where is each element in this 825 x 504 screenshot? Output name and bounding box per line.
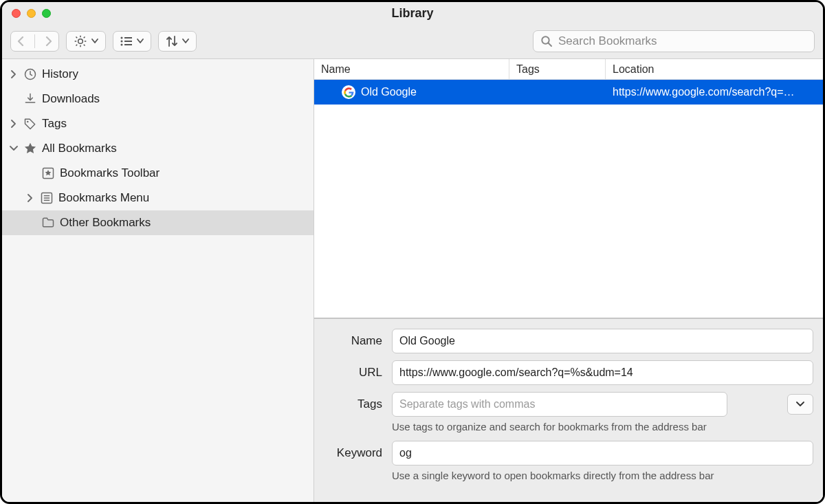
google-favicon-icon	[342, 85, 355, 99]
chevron-right-icon	[45, 36, 52, 46]
sidebar-item-label: Bookmarks Toolbar	[60, 166, 160, 180]
nav-back-forward	[10, 31, 59, 52]
views-button[interactable]	[113, 31, 151, 52]
tags-hint: Use tags to organize and search for book…	[392, 421, 813, 432]
import-backup-button[interactable]	[158, 31, 197, 52]
chevron-down-icon	[10, 146, 18, 151]
svg-line-7	[549, 43, 552, 47]
chevron-right-icon	[11, 70, 16, 78]
sidebar-item-bookmarks-toolbar[interactable]: Bookmarks Toolbar	[2, 161, 314, 186]
svg-point-9	[27, 121, 29, 123]
svg-rect-5	[124, 44, 132, 45]
sidebar-item-bookmarks-menu[interactable]: Bookmarks Menu	[2, 186, 314, 210]
organize-button[interactable]	[66, 31, 106, 52]
svg-rect-3	[124, 41, 132, 42]
sidebar-item-label: Tags	[42, 117, 67, 131]
row-tags	[509, 80, 606, 105]
svg-point-4	[121, 44, 123, 46]
main-panel: Name Tags Location Old Google https://ww…	[314, 59, 823, 502]
download-icon	[23, 92, 37, 106]
svg-point-0	[121, 37, 123, 39]
toolbar	[2, 24, 823, 58]
search-icon	[540, 35, 553, 47]
sidebar-item-downloads[interactable]: Downloads	[2, 87, 314, 111]
sidebar-item-other-bookmarks[interactable]: Other Bookmarks	[2, 210, 314, 235]
chevron-down-icon	[137, 39, 144, 44]
sidebar-item-label: History	[42, 67, 78, 81]
clock-icon	[23, 67, 37, 81]
chevron-down-icon	[182, 39, 189, 44]
sidebar: History Downloads Tags All Bookmarks Boo…	[2, 59, 314, 502]
sidebar-item-all-bookmarks[interactable]: All Bookmarks	[2, 136, 314, 161]
chevron-right-icon	[28, 194, 33, 202]
gear-icon	[74, 34, 87, 48]
sort-arrows-icon	[166, 35, 178, 47]
star-box-icon	[41, 166, 55, 180]
tags-dropdown-button[interactable]	[787, 394, 813, 415]
sidebar-item-tags[interactable]: Tags	[2, 111, 314, 136]
details-label-keyword: Keyword	[324, 446, 382, 460]
sidebar-item-history[interactable]: History	[2, 62, 314, 87]
list-icon	[40, 191, 54, 205]
table-header: Name Tags Location	[314, 59, 823, 80]
star-icon	[23, 142, 37, 155]
details-url-input[interactable]	[392, 360, 813, 385]
details-keyword-input[interactable]	[392, 441, 813, 465]
table-row[interactable]: Old Google https://www.google.com/search…	[314, 80, 823, 105]
nav-forward-button[interactable]	[39, 32, 58, 51]
details-name-input[interactable]	[392, 329, 813, 353]
row-location: https://www.google.com/search?q=…	[606, 80, 823, 105]
column-header-tags[interactable]: Tags	[509, 59, 606, 79]
tag-icon	[23, 117, 37, 131]
sidebar-item-label: All Bookmarks	[42, 142, 117, 155]
chevron-right-icon	[11, 120, 16, 128]
svg-rect-1	[124, 37, 132, 39]
list-icon	[120, 36, 133, 46]
sidebar-item-label: Other Bookmarks	[60, 216, 151, 230]
svg-point-2	[121, 41, 123, 43]
chevron-down-icon	[796, 402, 804, 407]
search-bookmarks[interactable]	[533, 30, 815, 52]
chevron-left-icon	[17, 36, 24, 46]
column-header-location[interactable]: Location	[606, 59, 823, 79]
bookmarks-table: Name Tags Location Old Google https://ww…	[314, 59, 823, 318]
column-header-name[interactable]: Name	[314, 59, 509, 79]
sidebar-item-label: Downloads	[42, 92, 100, 106]
titlebar: Library	[2, 2, 823, 24]
chevron-down-icon	[91, 39, 98, 44]
details-tags-input[interactable]	[392, 392, 727, 417]
sidebar-item-label: Bookmarks Menu	[58, 191, 149, 205]
details-label-url: URL	[324, 366, 382, 380]
keyword-hint: Use a single keyword to open bookmarks d…	[392, 470, 813, 481]
details-label-tags: Tags	[324, 397, 382, 411]
row-name: Old Google	[361, 86, 417, 98]
details-panel: Name URL Tags Use tags to organize and s…	[314, 318, 823, 502]
window-title: Library	[2, 6, 823, 21]
details-label-name: Name	[324, 334, 382, 348]
nav-back-button[interactable]	[11, 32, 30, 51]
folder-icon	[41, 216, 55, 230]
search-input[interactable]	[558, 34, 807, 48]
